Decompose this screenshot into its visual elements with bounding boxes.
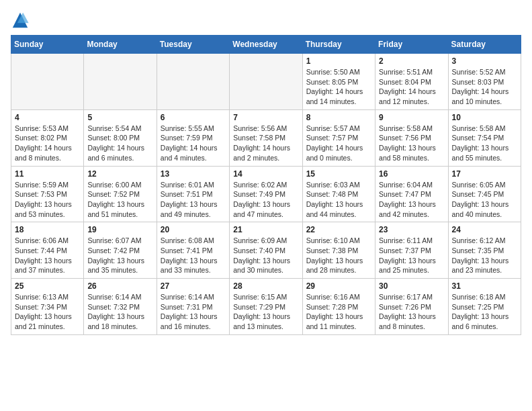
day-number: 11 [15, 169, 80, 179]
calendar-week-row: 18Sunrise: 6:06 AMSunset: 7:44 PMDayligh… [11, 222, 521, 279]
day-info: Sunrise: 5:51 AMSunset: 8:04 PMDaylight:… [379, 67, 444, 107]
logo [11, 11, 32, 30]
calendar-cell: 12Sunrise: 6:00 AMSunset: 7:52 PMDayligh… [84, 166, 157, 222]
day-number: 13 [161, 169, 226, 179]
day-info: Sunrise: 6:04 AMSunset: 7:47 PMDaylight:… [379, 180, 444, 220]
day-info: Sunrise: 6:13 AMSunset: 7:34 PMDaylight:… [15, 292, 80, 332]
day-number: 26 [87, 281, 152, 291]
day-number: 17 [452, 169, 517, 179]
calendar-cell: 27Sunrise: 6:14 AMSunset: 7:31 PMDayligh… [157, 279, 229, 335]
calendar-cell [157, 54, 229, 110]
calendar-cell: 11Sunrise: 5:59 AMSunset: 7:53 PMDayligh… [11, 166, 84, 222]
calendar-cell: 24Sunrise: 6:12 AMSunset: 7:35 PMDayligh… [448, 222, 521, 279]
calendar-cell: 2Sunrise: 5:51 AMSunset: 8:04 PMDaylight… [375, 54, 448, 110]
calendar-week-row: 1Sunrise: 5:50 AMSunset: 8:05 PMDaylight… [11, 54, 521, 110]
calendar-cell: 29Sunrise: 6:16 AMSunset: 7:28 PMDayligh… [302, 279, 375, 335]
day-number: 31 [452, 281, 517, 291]
day-info: Sunrise: 6:06 AMSunset: 7:44 PMDaylight:… [15, 236, 80, 275]
day-info: Sunrise: 5:57 AMSunset: 7:57 PMDaylight:… [306, 124, 371, 163]
day-number: 10 [452, 113, 517, 122]
day-number: 2 [379, 56, 444, 66]
header-friday: Friday [375, 36, 448, 54]
calendar-cell: 6Sunrise: 5:55 AMSunset: 7:59 PMDaylight… [157, 109, 229, 166]
day-info: Sunrise: 6:08 AMSunset: 7:41 PMDaylight:… [161, 236, 226, 275]
day-number: 16 [379, 169, 444, 179]
day-info: Sunrise: 6:17 AMSunset: 7:26 PMDaylight:… [379, 292, 444, 332]
calendar-cell: 15Sunrise: 6:03 AMSunset: 7:48 PMDayligh… [302, 166, 375, 222]
header-monday: Monday [84, 36, 157, 54]
day-number: 15 [306, 169, 371, 179]
header-thursday: Thursday [302, 36, 375, 54]
day-number: 19 [87, 225, 152, 234]
calendar-cell: 19Sunrise: 6:07 AMSunset: 7:42 PMDayligh… [84, 222, 157, 279]
day-info: Sunrise: 6:10 AMSunset: 7:38 PMDaylight:… [306, 236, 371, 275]
day-number: 6 [161, 113, 226, 122]
day-info: Sunrise: 6:09 AMSunset: 7:40 PMDaylight:… [233, 236, 298, 275]
calendar-cell: 13Sunrise: 6:01 AMSunset: 7:51 PMDayligh… [157, 166, 229, 222]
calendar-cell: 25Sunrise: 6:13 AMSunset: 7:34 PMDayligh… [11, 279, 84, 335]
day-info: Sunrise: 6:18 AMSunset: 7:25 PMDaylight:… [452, 292, 517, 332]
day-number: 28 [233, 281, 298, 291]
day-info: Sunrise: 5:52 AMSunset: 8:03 PMDaylight:… [452, 67, 517, 107]
calendar-cell: 31Sunrise: 6:18 AMSunset: 7:25 PMDayligh… [448, 279, 521, 335]
calendar-table: SundayMondayTuesdayWednesdayThursdayFrid… [11, 35, 521, 335]
calendar-week-row: 4Sunrise: 5:53 AMSunset: 8:02 PMDaylight… [11, 109, 521, 166]
day-number: 14 [233, 169, 298, 179]
day-number: 23 [379, 225, 444, 234]
day-number: 12 [87, 169, 152, 179]
day-info: Sunrise: 6:14 AMSunset: 7:31 PMDaylight:… [161, 292, 226, 332]
day-number: 21 [233, 225, 298, 234]
day-info: Sunrise: 6:15 AMSunset: 7:29 PMDaylight:… [233, 292, 298, 332]
day-info: Sunrise: 5:56 AMSunset: 7:58 PMDaylight:… [233, 124, 298, 163]
day-info: Sunrise: 5:55 AMSunset: 7:59 PMDaylight:… [161, 124, 226, 163]
day-info: Sunrise: 5:58 AMSunset: 7:54 PMDaylight:… [452, 124, 517, 163]
header-wednesday: Wednesday [230, 36, 302, 54]
calendar-cell: 14Sunrise: 6:02 AMSunset: 7:49 PMDayligh… [230, 166, 302, 222]
header-sunday: Sunday [11, 36, 84, 54]
calendar-cell: 23Sunrise: 6:11 AMSunset: 7:37 PMDayligh… [375, 222, 448, 279]
calendar-cell [84, 54, 157, 110]
calendar-cell: 28Sunrise: 6:15 AMSunset: 7:29 PMDayligh… [230, 279, 302, 335]
calendar-cell [11, 54, 84, 110]
day-info: Sunrise: 6:03 AMSunset: 7:48 PMDaylight:… [306, 180, 371, 220]
day-info: Sunrise: 6:16 AMSunset: 7:28 PMDaylight:… [306, 292, 371, 332]
day-info: Sunrise: 6:00 AMSunset: 7:52 PMDaylight:… [87, 180, 152, 220]
day-info: Sunrise: 6:14 AMSunset: 7:32 PMDaylight:… [87, 292, 152, 332]
calendar-cell: 21Sunrise: 6:09 AMSunset: 7:40 PMDayligh… [230, 222, 302, 279]
day-info: Sunrise: 5:59 AMSunset: 7:53 PMDaylight:… [15, 180, 80, 220]
day-number: 18 [15, 225, 80, 234]
calendar-cell: 5Sunrise: 5:54 AMSunset: 8:00 PMDaylight… [84, 109, 157, 166]
day-info: Sunrise: 6:01 AMSunset: 7:51 PMDaylight:… [161, 180, 226, 220]
page-header [11, 11, 521, 30]
day-info: Sunrise: 5:54 AMSunset: 8:00 PMDaylight:… [87, 124, 152, 163]
calendar-cell: 4Sunrise: 5:53 AMSunset: 8:02 PMDaylight… [11, 109, 84, 166]
calendar-cell [230, 54, 302, 110]
calendar-cell: 8Sunrise: 5:57 AMSunset: 7:57 PMDaylight… [302, 109, 375, 166]
calendar-cell: 1Sunrise: 5:50 AMSunset: 8:05 PMDaylight… [302, 54, 375, 110]
day-number: 27 [161, 281, 226, 291]
calendar-header-row: SundayMondayTuesdayWednesdayThursdayFrid… [11, 36, 521, 54]
day-info: Sunrise: 6:11 AMSunset: 7:37 PMDaylight:… [379, 236, 444, 275]
day-info: Sunrise: 6:02 AMSunset: 7:49 PMDaylight:… [233, 180, 298, 220]
day-number: 5 [87, 113, 152, 122]
calendar-cell: 18Sunrise: 6:06 AMSunset: 7:44 PMDayligh… [11, 222, 84, 279]
calendar-cell: 16Sunrise: 6:04 AMSunset: 7:47 PMDayligh… [375, 166, 448, 222]
day-number: 24 [452, 225, 517, 234]
calendar-cell: 22Sunrise: 6:10 AMSunset: 7:38 PMDayligh… [302, 222, 375, 279]
calendar-cell: 17Sunrise: 6:05 AMSunset: 7:45 PMDayligh… [448, 166, 521, 222]
day-info: Sunrise: 5:58 AMSunset: 7:56 PMDaylight:… [379, 124, 444, 163]
calendar-cell: 20Sunrise: 6:08 AMSunset: 7:41 PMDayligh… [157, 222, 229, 279]
day-info: Sunrise: 5:50 AMSunset: 8:05 PMDaylight:… [306, 67, 371, 107]
calendar-week-row: 11Sunrise: 5:59 AMSunset: 7:53 PMDayligh… [11, 166, 521, 222]
day-number: 29 [306, 281, 371, 291]
day-number: 20 [161, 225, 226, 234]
day-info: Sunrise: 6:05 AMSunset: 7:45 PMDaylight:… [452, 180, 517, 220]
day-number: 3 [452, 56, 517, 66]
calendar-week-row: 25Sunrise: 6:13 AMSunset: 7:34 PMDayligh… [11, 279, 521, 335]
calendar-cell: 26Sunrise: 6:14 AMSunset: 7:32 PMDayligh… [84, 279, 157, 335]
header-tuesday: Tuesday [157, 36, 229, 54]
calendar-cell: 9Sunrise: 5:58 AMSunset: 7:56 PMDaylight… [375, 109, 448, 166]
calendar-cell: 7Sunrise: 5:56 AMSunset: 7:58 PMDaylight… [230, 109, 302, 166]
day-number: 25 [15, 281, 80, 291]
day-number: 30 [379, 281, 444, 291]
